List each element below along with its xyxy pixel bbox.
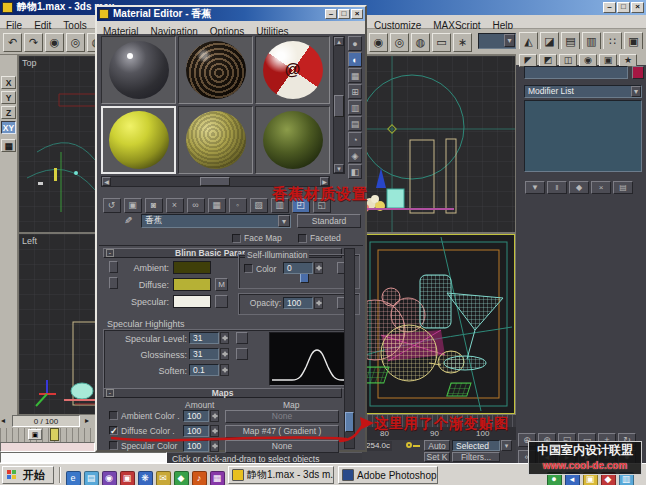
motion-tab-icon[interactable]: ◉ xyxy=(579,54,597,67)
media-player-icon[interactable]: ◉ xyxy=(102,471,117,485)
configure-modifier-sets-icon[interactable]: ▤ xyxy=(613,181,633,194)
diffuse-map-button[interactable]: Map #47 ( Gradient ) xyxy=(225,425,339,438)
specular-amount-field[interactable]: 100 xyxy=(183,440,209,452)
utilities-tab-icon[interactable]: ★ xyxy=(619,54,637,67)
face-map-checkbox[interactable] xyxy=(232,234,241,243)
faceted-checkbox[interactable] xyxy=(298,234,307,243)
undo-icon[interactable]: ↶ xyxy=(3,33,22,52)
snap-grid-icon[interactable]: ▦ xyxy=(1,139,16,152)
internet-explorer-icon[interactable]: e xyxy=(66,471,81,485)
ambient-color-swatch[interactable] xyxy=(173,261,211,274)
maps-collapse-icon[interactable]: - xyxy=(106,389,114,397)
make-preview-icon[interactable]: ▤ xyxy=(348,116,362,131)
specular-map-shortcut-button[interactable] xyxy=(215,295,228,308)
specular-level-spinner[interactable] xyxy=(220,332,229,344)
viewport-front[interactable] xyxy=(362,56,515,232)
diffuse-color-swatch[interactable] xyxy=(173,278,211,291)
put-to-library-icon[interactable]: ▦ xyxy=(208,198,226,213)
diffuse-amount-spinner[interactable] xyxy=(210,425,219,437)
me-minimize-button[interactable]: – xyxy=(325,9,337,19)
select-by-name-icon[interactable]: ∗ xyxy=(453,33,472,52)
specular-color-swatch[interactable] xyxy=(173,295,211,308)
material-sample-slot[interactable] xyxy=(255,106,330,174)
background-icon[interactable]: ▦ xyxy=(348,68,362,83)
material-name-arrow-icon[interactable]: ▾ xyxy=(278,215,290,227)
viewport-top[interactable]: Top xyxy=(19,56,95,232)
video-color-check-icon[interactable]: ▥ xyxy=(348,100,362,115)
ambient-color-map-checkbox[interactable] xyxy=(109,411,118,420)
scroll-up-icon[interactable]: ▲ xyxy=(334,37,344,46)
material-id-channel-icon[interactable]: ◦ xyxy=(229,198,247,213)
soften-spinner[interactable] xyxy=(220,364,229,376)
axis-y-button[interactable]: Y xyxy=(1,91,16,104)
show-map-in-viewport-icon[interactable]: ▨ xyxy=(250,198,268,213)
remove-modifier-icon[interactable]: × xyxy=(591,181,611,194)
specular-level-field[interactable]: 31 xyxy=(189,332,219,344)
modifier-stack[interactable] xyxy=(524,100,642,172)
sample-vertical-scrollbar[interactable]: ▲ ▼ xyxy=(333,36,345,174)
specular-level-map-button[interactable] xyxy=(236,332,248,344)
specular-amount-spinner[interactable] xyxy=(210,440,219,452)
material-sample-slot[interactable]: @ xyxy=(255,36,330,104)
winamp-icon[interactable]: ♪ xyxy=(192,471,207,485)
make-unique-icon[interactable]: ◆ xyxy=(569,181,589,194)
select-by-material-icon[interactable]: ◈ xyxy=(348,148,362,163)
soften-field[interactable]: 0.1 xyxy=(189,364,219,376)
time-left-arrow-icon[interactable]: ◂ xyxy=(1,416,5,425)
time-slider-handle[interactable] xyxy=(50,428,59,441)
auto-key-button[interactable]: Auto xyxy=(424,440,450,451)
pin-stack-icon[interactable]: ▼ xyxy=(525,181,545,194)
material-sample-slot[interactable] xyxy=(101,36,176,104)
material-sample-slot-selected[interactable] xyxy=(101,106,176,174)
redo-icon[interactable]: ↷ xyxy=(24,33,43,52)
parameters-scrollbar-thumb[interactable] xyxy=(345,412,354,432)
axis-xy-button[interactable]: XY xyxy=(1,121,16,134)
diffuse-map-shortcut-button[interactable]: M xyxy=(215,278,228,291)
named-selection-arrow-icon[interactable]: ▾ xyxy=(504,34,515,47)
opacity-value-field[interactable]: 100 xyxy=(283,297,313,309)
select-and-link-icon[interactable]: ◉ xyxy=(369,33,388,52)
modify-tab-icon[interactable]: ◩ xyxy=(539,54,557,67)
material-sample-slot[interactable] xyxy=(178,106,253,174)
material-name-field[interactable]: 香蕉 xyxy=(141,214,291,228)
time-right-arrow-icon[interactable]: ▸ xyxy=(85,416,89,425)
object-color-swatch[interactable] xyxy=(632,66,644,79)
maximize-button[interactable]: □ xyxy=(617,2,630,13)
assign-to-selection-icon[interactable]: ◙ xyxy=(145,198,163,213)
modifier-list-dropdown[interactable]: Modifier List xyxy=(524,85,642,98)
modifier-list-arrow-icon[interactable]: ▾ xyxy=(631,86,641,97)
diffuse-amount-field[interactable]: 100 xyxy=(183,425,209,437)
pick-material-eyedropper-icon[interactable]: ✎ xyxy=(124,215,132,226)
parameters-scrollbar[interactable] xyxy=(344,248,355,449)
viewport-left[interactable]: Left xyxy=(19,234,95,414)
set-key-button[interactable]: Set K xyxy=(424,452,450,462)
track-bar[interactable]: ▣ xyxy=(0,428,95,442)
diffuse-color-map-checkbox[interactable]: ✓ xyxy=(109,426,118,435)
show-end-result-icon[interactable]: ‖ xyxy=(547,181,567,194)
selection-filter-field[interactable]: Selected xyxy=(452,440,500,451)
ambient-map-button[interactable]: None xyxy=(225,410,339,423)
material-editor-window[interactable]: Material Editor - 香蕉 – □ × MaterialNavig… xyxy=(95,5,367,452)
unlink-selection-icon[interactable]: ◎ xyxy=(390,33,409,52)
backlight-icon[interactable]: ◐ xyxy=(348,52,362,67)
scroll-left-icon[interactable]: ◀ xyxy=(102,177,111,186)
get-material-icon[interactable]: ↺ xyxy=(103,198,121,213)
messenger-icon[interactable]: ❋ xyxy=(138,471,153,485)
close-button[interactable]: × xyxy=(631,2,644,13)
display-tab-icon[interactable]: ▣ xyxy=(599,54,617,67)
taskbar-task-photoshop[interactable]: Adobe Photoshop xyxy=(338,466,438,484)
mail-icon[interactable]: ✉ xyxy=(156,471,171,485)
sample-type-icon[interactable]: ● xyxy=(348,36,362,51)
glossiness-spinner[interactable] xyxy=(220,348,229,360)
self-illum-spinner[interactable] xyxy=(314,262,323,274)
viewport-camera[interactable] xyxy=(362,234,515,414)
specular-color-map-checkbox[interactable] xyxy=(109,441,118,450)
glossiness-map-button[interactable] xyxy=(236,348,248,360)
ambient-amount-spinner[interactable] xyxy=(210,410,219,422)
opacity-spinner[interactable] xyxy=(314,297,323,309)
material-type-button[interactable]: Standard xyxy=(297,214,361,228)
self-illum-value-field[interactable]: 0 xyxy=(283,262,313,274)
glossiness-field[interactable]: 31 xyxy=(189,348,219,360)
axis-x-button[interactable]: X xyxy=(1,76,16,89)
axis-z-button[interactable]: Z xyxy=(1,106,16,119)
